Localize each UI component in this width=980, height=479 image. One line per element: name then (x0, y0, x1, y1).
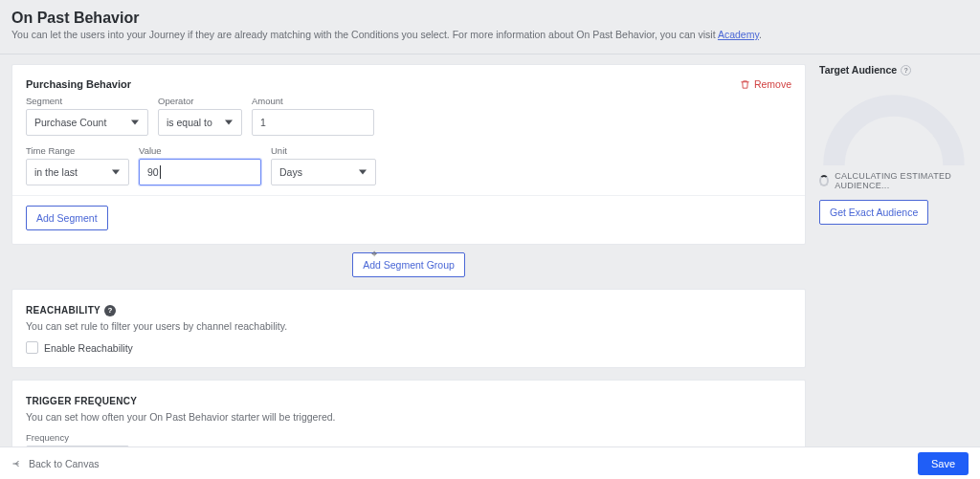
label-amount: Amount (252, 96, 374, 106)
calculating-status: CALCULATING ESTIMATED AUDIENCE... (819, 171, 969, 190)
trigger-sub: You can set how often your On Past Behav… (26, 411, 791, 423)
timerange-value: in the last (34, 166, 78, 178)
text-cursor (160, 165, 161, 179)
page-subtitle: You can let the users into your Journey … (11, 29, 969, 40)
label-frequency: Frequency (26, 432, 791, 443)
segment-value: Purchase Count (34, 117, 106, 128)
amount-input[interactable]: 1 (252, 109, 374, 136)
back-label: Back to Canvas (29, 458, 100, 469)
reachability-heading: REACHABILITY ? (26, 305, 116, 316)
target-audience-panel: Target Audience ? CALCULATING ESTIMATED … (819, 64, 969, 479)
trigger-heading-text: TRIGGER FREQUENCY (26, 396, 137, 406)
timerange-select[interactable]: in the last (26, 159, 129, 185)
target-audience-title: Target Audience (819, 64, 897, 76)
audience-gauge (819, 79, 969, 165)
gauge-icon (822, 94, 966, 165)
spinner-icon (819, 175, 829, 186)
academy-link[interactable]: Academy (718, 29, 759, 40)
value-input[interactable]: 90 (139, 159, 261, 185)
trash-icon (740, 79, 750, 90)
get-exact-audience-button[interactable]: Get Exact Audience (819, 200, 928, 225)
enable-reachability-row[interactable]: Enable Reachability (26, 341, 791, 354)
chevron-down-icon (131, 120, 139, 125)
chevron-down-icon (225, 120, 233, 125)
remove-segment-button[interactable]: Remove (740, 78, 791, 90)
page-title: On Past Behavior (11, 10, 969, 27)
remove-label: Remove (754, 78, 791, 90)
arrow-left-icon (11, 458, 23, 469)
label-segment: Segment (26, 96, 148, 106)
page-subtitle-pre: You can let the users into your Journey … (11, 29, 718, 40)
amount-value: 1 (260, 117, 266, 128)
segment-card: Purchasing Behavior Remove Segment Purch… (11, 64, 806, 245)
calculating-text: CALCULATING ESTIMATED AUDIENCE... (835, 171, 969, 190)
target-audience-title-row: Target Audience ? (819, 64, 969, 76)
save-button[interactable]: Save (918, 452, 969, 475)
trigger-heading: TRIGGER FREQUENCY (26, 396, 137, 406)
footer-bar: Back to Canvas Save (0, 446, 980, 479)
add-segment-button[interactable]: Add Segment (26, 206, 108, 230)
page-subtitle-post: . (759, 29, 762, 40)
operator-select[interactable]: is equal to (158, 109, 242, 136)
label-operator: Operator (158, 96, 242, 106)
enable-reachability-label: Enable Reachability (44, 342, 133, 354)
segment-group-separator: ⌖ Add Segment Group (11, 252, 806, 277)
operator-value: is equal to (167, 117, 212, 128)
chevron-down-icon (359, 170, 367, 175)
add-segment-group-button[interactable]: Add Segment Group (352, 252, 465, 277)
reachability-heading-text: REACHABILITY (26, 305, 100, 316)
unit-select[interactable]: Days (271, 159, 376, 185)
reachability-card: REACHABILITY ? You can set rule to filte… (11, 289, 806, 368)
label-unit: Unit (271, 145, 376, 156)
label-timerange: Time Range (26, 145, 129, 156)
back-to-canvas-button[interactable]: Back to Canvas (11, 458, 100, 469)
checkbox-icon[interactable] (26, 341, 38, 354)
page-header: On Past Behavior You can let the users i… (0, 0, 980, 48)
segment-card-title: Purchasing Behavior (26, 78, 131, 90)
segment-select[interactable]: Purchase Count (26, 109, 148, 136)
help-icon[interactable]: ? (104, 305, 116, 316)
reachability-sub: You can set rule to filter your users by… (26, 320, 791, 332)
label-value: Value (139, 145, 261, 156)
value-value: 90 (147, 166, 159, 178)
card-divider (12, 195, 805, 196)
unit-value: Days (279, 166, 302, 178)
help-icon[interactable]: ? (901, 65, 911, 76)
chevron-down-icon (112, 170, 120, 175)
